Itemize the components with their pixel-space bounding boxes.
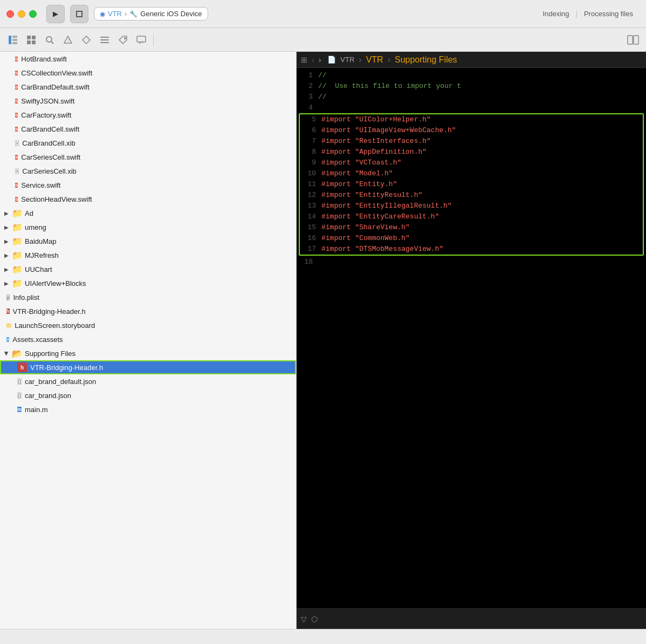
folder-open-icon: 📂 (12, 348, 23, 359)
maximize-button[interactable] (29, 10, 37, 18)
search-icon[interactable] (41, 31, 58, 49)
list-item[interactable]: S HotBrand.swift (0, 52, 296, 66)
code-line: 13 #import "EntityIllegalResult.h" (300, 201, 643, 211)
sidebar-item-vtrbridgingheader[interactable]: h VTR-Bridging-Header.h (0, 360, 296, 374)
toolbar-separator (153, 33, 154, 46)
folder-uialertview[interactable]: ▶ 📁 UIAlertView+Blocks (0, 276, 296, 290)
json-icon: {} (17, 378, 22, 385)
code-line: 4 (297, 102, 646, 113)
list-item[interactable]: A Assets.xcassets (0, 332, 296, 346)
file-name: Assets.xcassets (12, 335, 63, 344)
layout-toggle-icon[interactable]: ⊞ (301, 56, 307, 64)
swift-icon: S (15, 99, 18, 104)
layout-icon[interactable] (624, 31, 642, 49)
wrench-icon: 🔧 (129, 10, 138, 18)
breadcrumb-vtr2: VTR (366, 55, 383, 65)
swift-icon: S (15, 71, 18, 76)
folder-uuchart[interactable]: ▶ 📁 UUChart (0, 262, 296, 276)
folder-icon: 📁 (12, 236, 23, 246)
swift-icon: S (15, 113, 18, 118)
code-selection-block: 5 #import "UIColor+Helper.h" 6 #import "… (299, 113, 644, 256)
code-line: 15 #import "ShareView.h" (300, 222, 643, 233)
folder-name: BaiduMap (25, 237, 57, 245)
folder-name: umeng (25, 223, 46, 231)
folder-ad[interactable]: ▶ 📁 Ad (0, 206, 296, 220)
code-area[interactable]: 1 // 2 // Use this file to import your t… (297, 68, 646, 608)
svg-line-9 (51, 42, 53, 44)
list-item[interactable]: {} car_brand.json (0, 388, 296, 402)
tag-bottom-icon[interactable]: ⬡ (311, 615, 318, 624)
list-item[interactable]: {} car_brand_default.json (0, 374, 296, 388)
stop-button[interactable] (70, 5, 88, 23)
file-name: CarBrandDefault.swift (21, 83, 89, 91)
triangle-icon: ▶ (4, 252, 9, 258)
svg-rect-11 (100, 37, 109, 38)
project-name: VTR (108, 10, 122, 18)
folder-supporting-files[interactable]: ▶ 📂 Supporting Files (0, 346, 296, 360)
list-item[interactable]: S CarSeriesCell.swift (0, 150, 296, 164)
file-name: SwiftyJSON.swift (21, 97, 74, 105)
folder-icon: 📁 (12, 208, 23, 218)
list-item[interactable]: m main.m (0, 402, 296, 416)
breadcrumb-sep1: › (359, 55, 361, 65)
forward-arrow[interactable]: › (319, 56, 321, 64)
list-item[interactable]: S SwiftyJSON.swift (0, 94, 296, 108)
svg-rect-7 (32, 40, 36, 44)
warning-icon[interactable]: ! (59, 31, 77, 49)
code-line: 12 #import "EntityResult.h" (300, 190, 643, 201)
svg-point-14 (125, 37, 126, 38)
minimize-button[interactable] (18, 10, 25, 18)
close-button[interactable] (6, 10, 14, 18)
file-name: VTR-Bridging-Header.h (13, 307, 86, 316)
list-item[interactable]: S CarBrandDefault.swift (0, 80, 296, 94)
file-name: CarBrandCell.swift (21, 125, 79, 133)
triangle-icon: ▶ (4, 210, 9, 216)
code-line: 11 #import "Entity.h" (300, 179, 643, 190)
statusbar (0, 629, 646, 644)
back-arrow[interactable]: ‹ (312, 56, 314, 64)
navigator-icon[interactable] (4, 31, 22, 49)
file-name: Info.plist (13, 293, 39, 302)
list-item[interactable]: S Service.swift (0, 178, 296, 192)
device-selector[interactable]: ◉ VTR › 🔧 Generic iOS Device (94, 7, 208, 20)
traffic-lights (6, 10, 37, 18)
svg-rect-0 (9, 36, 11, 44)
list-icon[interactable] (96, 31, 113, 49)
diamond-icon[interactable] (78, 31, 95, 49)
svg-rect-1 (12, 36, 17, 38)
storyboard-icon: SB (6, 324, 11, 327)
svg-rect-4 (27, 36, 31, 39)
code-line: 14 #import "EntityCareResult.h" (300, 211, 643, 222)
chat-icon[interactable] (133, 31, 150, 49)
list-item[interactable]: h VTR-Bridging-Header.h (0, 304, 296, 318)
file-name: VTR-Bridging-Header.h (30, 364, 103, 372)
svg-rect-12 (100, 39, 109, 40)
tag-icon[interactable] (114, 31, 132, 49)
folder-mjrefresh[interactable]: ▶ 📁 MJRefresh (0, 248, 296, 262)
file-name: CSCollectionView.swift (21, 69, 92, 77)
swift-icon: S (15, 127, 18, 132)
stop-icon (76, 11, 83, 17)
error-icon[interactable]: ▽ (301, 615, 307, 624)
code-line: 3 // (297, 92, 646, 102)
list-item[interactable]: S SectionHeadView.swift (0, 192, 296, 206)
folder-umeng[interactable]: ▶ 📁 umeng (0, 220, 296, 234)
list-item[interactable]: S CarBrandCell.swift (0, 122, 296, 136)
swift-icon: S (15, 197, 18, 202)
list-item[interactable]: SB LaunchScreen.storyboard (0, 318, 296, 332)
list-item[interactable]: S CarFactory.swift (0, 108, 296, 122)
list-item[interactable]: X CarSeriesCell.xib (0, 164, 296, 178)
breadcrumb-sep2: › (388, 55, 390, 65)
svg-rect-16 (628, 36, 633, 44)
list-item[interactable]: X CarBrandCell.xib (0, 136, 296, 150)
list-item[interactable]: p Info.plist (0, 290, 296, 304)
grid-icon[interactable] (23, 31, 40, 49)
folder-baidumap[interactable]: ▶ 📁 BaiduMap (0, 234, 296, 248)
breadcrumb-arrow: › (125, 10, 127, 18)
play-button[interactable]: ▶ (46, 5, 65, 23)
triangle-icon: ▶ (4, 238, 9, 244)
xib-icon: X (15, 140, 19, 146)
code-line: 9 #import "VCToast.h" (300, 157, 643, 168)
xcassets-icon: A (6, 337, 9, 342)
list-item[interactable]: S CSCollectionView.swift (0, 66, 296, 80)
